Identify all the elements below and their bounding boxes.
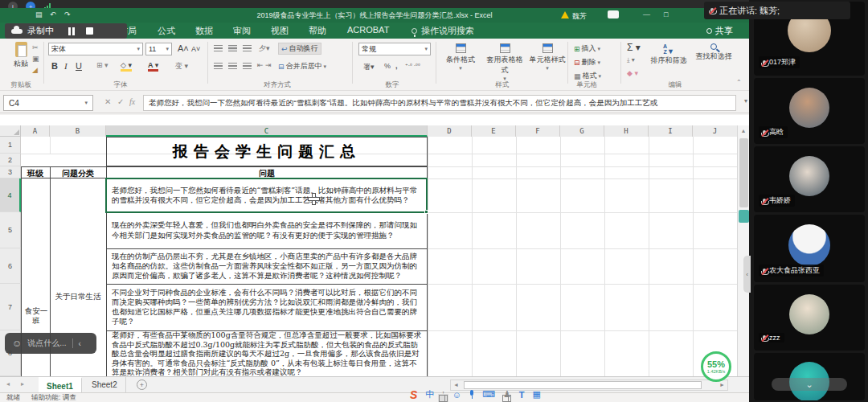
chat-input-placeholder[interactable]: 说点什么... [27, 338, 66, 349]
align-right-icon[interactable] [243, 63, 252, 69]
col-header-B[interactable]: B [50, 125, 106, 137]
font-color-icon[interactable]: A ▾ [148, 61, 158, 72]
underline-button[interactable]: U [76, 61, 82, 71]
shrink-font-icon[interactable]: A˅ [191, 45, 200, 53]
new-sheet-button[interactable]: + [137, 379, 147, 390]
col-header-G[interactable]: G [560, 125, 604, 137]
fill-icon[interactable]: ⤓ ▾ [627, 56, 635, 64]
comma-style-icon[interactable]: , [395, 62, 398, 70]
row-header-1[interactable]: 1 [0, 137, 21, 154]
percent-icon[interactable]: % [384, 62, 391, 70]
col-header-A[interactable]: A [21, 125, 50, 137]
cell-styles-button[interactable]: 单元格样式 ▾ [529, 43, 566, 72]
minimize-button[interactable]: — [643, 10, 650, 18]
punctuation-icon[interactable]: ’ [442, 390, 444, 400]
row-header-2[interactable]: 2 [0, 154, 21, 166]
participant-tile[interactable]: ⌄ [754, 353, 865, 400]
performance-badge[interactable]: 55% 1.42KB/s [701, 351, 731, 382]
row-header-3[interactable]: 3 [0, 166, 21, 178]
bold-button[interactable]: B [51, 61, 58, 71]
find-select-button[interactable]: 查找和选择 [693, 43, 735, 62]
sheet-nav-prev-icon[interactable]: ◂ [6, 380, 10, 388]
col-header-I[interactable]: I [649, 125, 693, 137]
borders-icon[interactable]: ⊞ ▾ [96, 61, 108, 69]
chinese-mode-icon[interactable]: 中 [425, 388, 434, 400]
autosum-icon[interactable]: Σ ▾ [627, 42, 641, 53]
format-painter-icon[interactable]: ◢ [32, 66, 38, 74]
sheet-tab-sheet2[interactable]: Sheet2 [84, 377, 126, 393]
row-header-6[interactable]: 6 [0, 248, 21, 284]
participant-tile[interactable]: 韦娇娇 [754, 146, 865, 212]
cell-C8[interactable]: 老师好，有些食品中某物质的100g含量符合规定，但总净含量超过一般要求，比如国标… [107, 331, 427, 376]
phonetic-icon[interactable]: 变 ▾ [175, 61, 188, 72]
sheet-grid[interactable]: A B C D E F G H I J 1 2 3 4 5 6 7 8 [0, 115, 749, 376]
cut-icon[interactable]: ✂ [32, 43, 39, 51]
sheet-tab-sheet1[interactable]: Sheet1 [39, 377, 82, 393]
select-all-corner[interactable] [0, 125, 21, 137]
tab-view[interactable]: 视图 [271, 25, 289, 37]
copy-icon[interactable]: ▣ [32, 55, 39, 63]
col-header-D[interactable]: D [428, 125, 472, 137]
chat-quick-bar[interactable]: ☺ 说点什么... ‹ [5, 333, 96, 354]
selection-fill-handle[interactable] [424, 210, 428, 214]
stop-recording-button[interactable] [86, 27, 93, 35]
tell-me-search[interactable]: 操作说明搜索 [411, 25, 474, 37]
decimal-icons[interactable]: ⁺·⁰ ·⁰⁰ [405, 63, 420, 69]
ribbon-options-icon[interactable] [608, 10, 619, 18]
paste-button[interactable]: 粘贴 [6, 42, 35, 69]
chevron-down-button[interactable]: ⌄ [772, 378, 847, 391]
col-header-C[interactable]: C [106, 125, 428, 137]
italic-button[interactable]: I [64, 61, 68, 71]
cell-C6[interactable]: 现在的仿制产品仍层出不穷，尤其是在乡镇地区，小商店里卖的产品中有许多都是各大品牌… [107, 249, 427, 283]
name-box[interactable]: C4▾ [3, 95, 93, 111]
voice-icon[interactable] [469, 390, 474, 400]
grid-icon[interactable]: ▦ [533, 389, 541, 400]
col-header-F[interactable]: F [516, 125, 560, 137]
cell-class-value[interactable]: 食安一班 [24, 306, 48, 326]
indent-icons[interactable]: ⇤ ⇥ [257, 61, 272, 69]
chevron-left-icon[interactable]: ‹ [79, 339, 81, 348]
row-header-4[interactable]: 4 [0, 178, 21, 212]
align-left-icon[interactable] [214, 63, 223, 69]
sheet-nav-next-icon[interactable]: ▸ [21, 380, 24, 388]
row-header-7[interactable]: 7 [0, 284, 21, 330]
col-header-J[interactable]: J [693, 125, 737, 137]
font-name-select[interactable]: 宋体▾ [48, 43, 143, 55]
formula-input[interactable]: 老师您好，我想问一下您然如何看待最近的“雪糕刺客”话题。比如钟薛高中的原材料与平… [143, 95, 736, 111]
align-bottom-icon[interactable] [243, 45, 252, 51]
collapse-ribbon-icon[interactable]: ⌃ [736, 79, 742, 86]
enter-icon[interactable]: ✓ [117, 97, 124, 106]
font-size-select[interactable]: 11▾ [145, 43, 172, 55]
sidebar-collapse-handle[interactable]: ‹ [743, 256, 751, 293]
fx-icon[interactable]: fx [129, 97, 135, 106]
cell-category-value[interactable]: 关于日常生活 [51, 292, 104, 302]
account-name[interactable]: 魏芳 [572, 11, 587, 22]
col-header-H[interactable]: H [604, 125, 649, 137]
align-center-icon[interactable] [228, 63, 237, 69]
grow-font-icon[interactable]: A˄ [178, 43, 189, 53]
number-format-select[interactable]: 常规▾ [358, 43, 431, 55]
orientation-icon[interactable]: 夕▾ [259, 43, 270, 54]
participant-tile[interactable]: zzz [754, 285, 865, 351]
wrap-text-button[interactable]: ↩自动换行 [278, 43, 321, 55]
scroll-up-icon[interactable]: ▲ [738, 128, 749, 133]
keyboard-icon[interactable]: ⌨ [482, 389, 495, 400]
cancel-icon[interactable]: ✕ [104, 97, 111, 106]
vertical-scrollbar[interactable]: ▲ ▼ [737, 125, 749, 384]
tab-help[interactable]: 帮助 [309, 25, 326, 37]
col-header-E[interactable]: E [472, 125, 516, 137]
vertical-scroll-thumb[interactable] [739, 138, 748, 207]
expand-formula-bar-icon[interactable]: ▾ [744, 97, 747, 105]
format-as-table-button[interactable]: 套用表格格式 ▾ [484, 43, 526, 82]
align-top-icon[interactable] [214, 45, 223, 51]
share-button[interactable]: 共享 [706, 25, 733, 37]
pause-recording-button[interactable] [68, 27, 75, 35]
sort-filter-button[interactable]: AZ▼ 排序和筛选 [648, 43, 690, 66]
tab-formulas[interactable]: 公式 [158, 25, 175, 37]
tab-acrobat[interactable]: ACROBAT [347, 25, 389, 35]
cell-C5[interactable]: 现在的外卖深受年轻人喜爱，但我们也都明白外卖食品的安全是得不到保障的，那请问现如… [107, 213, 427, 248]
maximize-button[interactable]: □ [664, 10, 668, 18]
emoji-icon[interactable]: ☺ [12, 338, 22, 349]
insert-cells-button[interactable]: ⊞插入▾ [574, 43, 600, 54]
emoji-picker-icon[interactable]: ☺ [452, 390, 461, 400]
